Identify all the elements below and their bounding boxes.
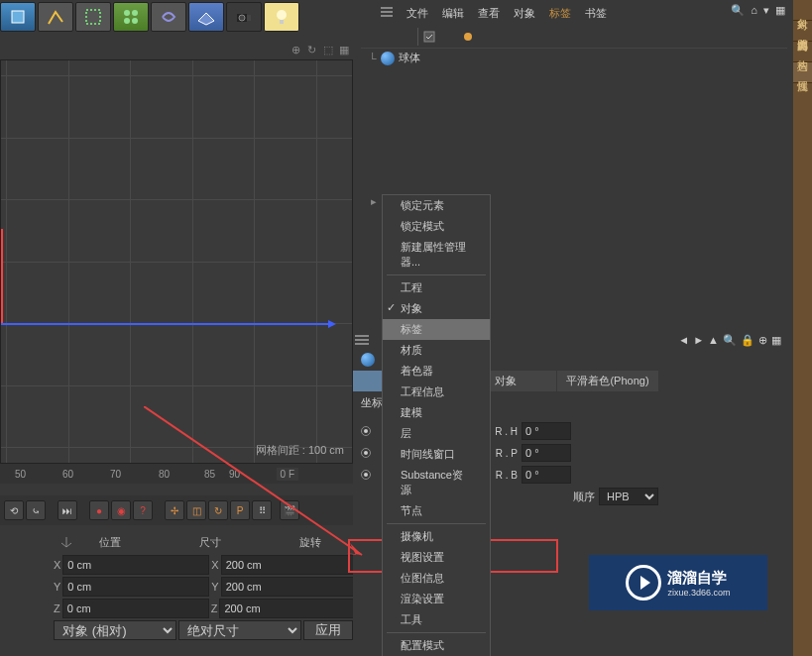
menu-icon[interactable] (381, 6, 393, 18)
scale-key-button[interactable]: ◫ (186, 500, 206, 520)
record-button[interactable]: ● (89, 500, 109, 520)
deformer-tool[interactable] (151, 2, 186, 32)
ctx-item[interactable]: 标签 (383, 319, 490, 340)
ctx-item[interactable]: 摄像机 (383, 526, 490, 547)
vp-rotate-icon[interactable]: ↻ (307, 44, 321, 57)
rotate-key-button[interactable]: ↻ (208, 500, 228, 520)
ctx-item[interactable]: 着色器 (383, 361, 490, 382)
position-mode-select[interactable]: 对象 (相对) (54, 620, 176, 640)
svg-rect-10 (280, 20, 284, 24)
rot-input[interactable] (522, 466, 571, 484)
ctx-item[interactable]: 渲染设置 (383, 589, 490, 609)
rot-input[interactable] (522, 422, 571, 440)
timeline-ruler[interactable]: 50 60 70 80 85 90 0 F (0, 464, 353, 484)
side-tab-structure[interactable]: 构造 (793, 42, 812, 62)
scale-radio[interactable] (361, 426, 371, 436)
ctx-item[interactable]: 层 (383, 423, 490, 444)
menu-tag[interactable]: 标签 (549, 6, 571, 21)
pos-input-y[interactable] (62, 577, 209, 597)
rot-input[interactable] (522, 444, 571, 462)
pos-input-z[interactable] (62, 599, 209, 618)
apply-button[interactable]: 应用 (303, 620, 353, 640)
tab-phong[interactable]: 平滑着色(Phong) (557, 371, 658, 391)
size-axis-label: Z (211, 602, 218, 614)
visibility-icon[interactable] (422, 30, 436, 44)
array-tool[interactable] (113, 2, 149, 32)
svg-rect-8 (247, 15, 251, 21)
camera-tool[interactable] (226, 2, 262, 32)
svg-rect-14 (424, 32, 434, 42)
pos-input-x[interactable] (62, 555, 209, 575)
keyframe-button[interactable]: ? (133, 500, 153, 520)
generator-tool[interactable] (75, 2, 111, 32)
size-input-z[interactable] (219, 599, 366, 618)
ctx-item[interactable]: ✓对象 (383, 298, 490, 319)
ctx-item[interactable]: 工程 (383, 277, 490, 298)
search-icon[interactable]: 🔍 (731, 4, 745, 17)
svg-rect-17 (355, 343, 369, 345)
nav-search-icon[interactable]: 🔍 (723, 334, 737, 347)
ctx-item[interactable]: 锁定元素 (383, 195, 490, 216)
nav-lock-icon[interactable]: 🔒 (741, 334, 754, 347)
to-end-button[interactable]: ⏭ (58, 500, 77, 520)
ruler-tick: 90 (229, 469, 240, 480)
menu-bookmark[interactable]: 书签 (585, 6, 607, 21)
floor-tool[interactable] (188, 2, 224, 32)
key-dots-button[interactable]: ⠿ (252, 500, 272, 520)
vp-move-icon[interactable]: ⊕ (291, 44, 305, 57)
size-mode-select[interactable]: 绝对尺寸 (178, 620, 301, 640)
prev-key-button[interactable]: ⤿ (26, 500, 46, 520)
primitive-cube-tool[interactable] (0, 2, 36, 32)
ctx-item[interactable]: 建模 (383, 402, 490, 423)
size-input-y[interactable] (221, 577, 368, 597)
nav-back-icon[interactable]: ◄ (678, 334, 689, 347)
filter-icon[interactable]: ▾ (763, 4, 769, 17)
scale-radio[interactable] (361, 448, 371, 458)
menu-edit[interactable]: 编辑 (442, 6, 464, 21)
home-icon[interactable]: ⌂ (751, 4, 757, 17)
ctx-item[interactable]: 节点 (383, 500, 490, 521)
svg-point-9 (277, 10, 287, 20)
ctx-item[interactable]: 新建属性管理器... (383, 237, 490, 273)
ctx-item[interactable]: 位图信息 (383, 568, 490, 589)
ctx-item[interactable]: 视图设置 (383, 547, 490, 568)
svg-point-2 (124, 10, 130, 16)
ctx-item[interactable]: Substance资源 (383, 465, 490, 500)
menu-view[interactable]: 查看 (478, 6, 500, 21)
scale-radio[interactable] (361, 470, 371, 480)
side-tab-attr[interactable]: 属性 (793, 62, 812, 83)
ctx-item[interactable]: 工具 (383, 609, 490, 630)
attr-menu-icon[interactable] (355, 333, 369, 347)
vp-zoom-icon[interactable]: ⬚ (323, 44, 337, 57)
order-select[interactable]: HPB (599, 488, 658, 505)
light-tool[interactable] (264, 2, 299, 32)
tree-item-sphere[interactable]: └ 球体 (361, 49, 787, 67)
svg-rect-11 (381, 7, 393, 9)
ctx-item[interactable]: 配置模式 (383, 635, 490, 656)
render-button[interactable]: 🎬 (280, 500, 299, 520)
param-key-button[interactable]: P (230, 500, 250, 520)
nav-layout-icon[interactable]: ▦ (771, 334, 781, 347)
viewport[interactable]: 网格间距 : 100 cm (0, 59, 353, 464)
side-tab-browser[interactable]: 内容浏览器 (793, 21, 812, 42)
nav-new-icon[interactable]: ⊕ (758, 334, 767, 347)
svg-rect-0 (12, 11, 24, 23)
viewport-grid (1, 60, 352, 463)
ctx-item[interactable]: 锁定模式 (383, 216, 490, 237)
autokey-button[interactable]: ◉ (111, 500, 131, 520)
ctx-item[interactable]: 工程信息 (383, 382, 490, 402)
ctx-item[interactable]: 时间线窗口 (383, 444, 490, 465)
size-input-x[interactable] (221, 555, 368, 575)
move-key-button[interactable]: ✢ (165, 500, 184, 520)
nav-up-icon[interactable]: ▲ (708, 334, 719, 347)
side-tab-object[interactable]: 对象 (793, 0, 812, 21)
vp-layout-icon[interactable]: ▦ (339, 44, 353, 57)
nav-fwd-icon[interactable]: ► (693, 334, 704, 347)
menu-object[interactable]: 对象 (514, 6, 535, 21)
ctx-item[interactable]: 材质 (383, 340, 490, 361)
to-start-button[interactable]: ⟲ (4, 500, 24, 520)
rotation-header: 旋转 (269, 533, 353, 552)
spline-pen-tool[interactable] (38, 2, 73, 32)
menu-file[interactable]: 文件 (406, 6, 428, 21)
layout-icon[interactable]: ▦ (775, 4, 785, 17)
